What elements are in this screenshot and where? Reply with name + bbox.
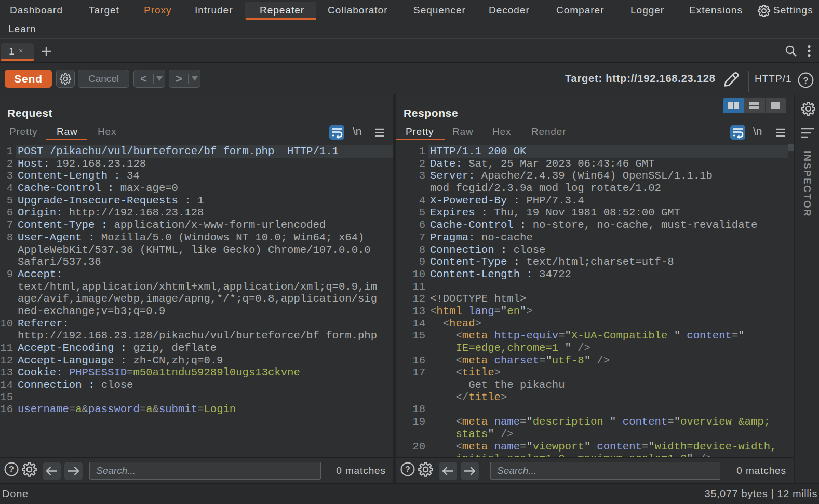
- svg-text:?: ?: [9, 465, 14, 474]
- svg-text:?: ?: [803, 76, 808, 86]
- svg-text:?: ?: [405, 465, 410, 474]
